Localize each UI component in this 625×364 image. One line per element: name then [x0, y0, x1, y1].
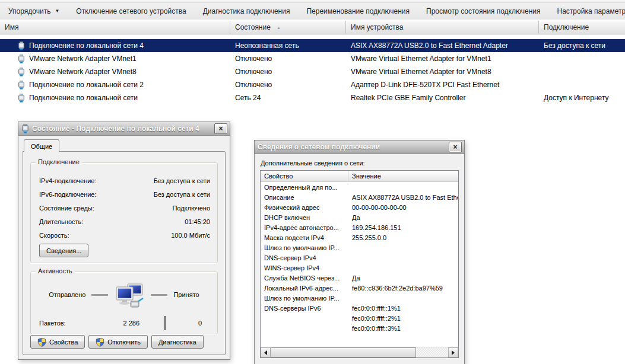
table-row[interactable]: Физический адрес 00-00-00-00-00-00	[261, 202, 458, 212]
chevron-down-icon: ▼	[55, 8, 59, 14]
connectivity-status: Без доступа к сети	[539, 41, 625, 50]
computers-icon	[114, 283, 145, 311]
column-header-device[interactable]: Имя устройства	[346, 21, 539, 34]
details-table-header: Свойство Значение	[261, 171, 458, 182]
list-column-headers: Имя Состояние ▲ Имя устройства Подключен…	[0, 20, 625, 34]
activity-group-label: Активность	[36, 267, 75, 274]
table-row[interactable]: Шлюз по умолчанию IP...	[261, 293, 458, 303]
scrollbar-track[interactable]	[271, 347, 448, 357]
details-subtitle: Дополнительные сведения о сети:	[261, 159, 365, 167]
property-column-header[interactable]: Свойство	[261, 171, 348, 181]
duration-value: 01:45:20	[185, 218, 217, 225]
scrollbar-thumb[interactable]	[271, 347, 416, 357]
speed-value: 100.0 Мбит/с	[171, 232, 217, 239]
ipv4-connectivity-label: IPv4-подключение:	[31, 177, 97, 184]
table-row[interactable]: Шлюз по умолчанию IP...	[261, 242, 458, 253]
disable-device-button[interactable]: Отключение сетевого устройства	[76, 7, 186, 15]
packets-row: Пакетов: 2 286 0	[31, 316, 217, 330]
connection-state: Отключено	[230, 81, 346, 89]
column-header-name[interactable]: Имя	[0, 21, 230, 34]
received-label: Принято	[173, 291, 199, 298]
details-table: Свойство Значение Определенный для по...…	[260, 170, 459, 358]
scroll-right-button[interactable]	[448, 347, 458, 357]
connection-state: Отключено	[230, 55, 346, 63]
speed-label: Скорость:	[31, 232, 69, 239]
table-row[interactable]: Подключение по локальной сети 4 Неопозна…	[0, 39, 625, 52]
scroll-left-button[interactable]	[261, 347, 271, 357]
table-row[interactable]: DNS-сервер IPv4	[261, 253, 458, 263]
status-dialog-titlebar[interactable]: Состояние - Подключение по локальной сет…	[18, 122, 230, 136]
disable-button[interactable]: Отключить	[88, 335, 148, 349]
ipv6-connectivity-label: IPv6-подключение:	[31, 191, 97, 198]
view-status-button[interactable]: Просмотр состояния подключения	[426, 7, 540, 15]
connectivity-status: Доступ к Интернету	[539, 94, 625, 102]
table-row[interactable]: DNS-серверы IPv6 fec0:0:0:ffff::1%1	[261, 303, 458, 313]
rename-connection-button[interactable]: Переименование подключения	[306, 7, 410, 15]
device-name: Realtek PCIe GBE Family Controller	[346, 94, 539, 102]
ipv6-connectivity-value: Без доступа к сети	[154, 191, 217, 198]
status-dialog: Состояние - Подключение по локальной сет…	[18, 122, 230, 360]
connection-state: Неопознанная сеть	[230, 41, 346, 50]
table-row[interactable]: Локальный IPv6-адрес... fe80::c936:6b2f:…	[261, 283, 458, 293]
uac-shield-icon	[37, 337, 46, 347]
network-connection-icon	[18, 94, 25, 103]
sort-ascending-icon: ▲	[277, 25, 281, 30]
connection-state: Сеть 24	[230, 94, 346, 102]
diagnose-connection-button[interactable]: Диагностика подключения	[203, 7, 290, 15]
media-state-value: Подключено	[172, 205, 217, 212]
connection-name: Подключение по локальной сети	[29, 94, 138, 102]
tab-general[interactable]: Общие	[24, 139, 59, 152]
connections-list: Подключение по локальной сети 4 Неопозна…	[0, 39, 625, 104]
sent-dash	[91, 294, 108, 296]
uac-shield-icon	[96, 337, 104, 347]
packets-received-value: 0	[166, 320, 217, 327]
device-name: ASIX AX88772A USB2.0 to Fast Ethernet Ad…	[346, 41, 539, 50]
horizontal-scrollbar[interactable]	[261, 347, 458, 357]
value-column-header[interactable]: Значение	[348, 171, 458, 181]
table-row[interactable]: Подключение по локальной сети Сеть 24 Re…	[0, 91, 625, 104]
table-row[interactable]: Подключение по локальной сети 2 Отключен…	[0, 78, 625, 91]
packets-sent-value: 2 286	[87, 320, 139, 327]
general-tab-panel: Подключение IPv4-подключение: Без доступ…	[23, 151, 226, 355]
close-button[interactable]: ×	[449, 142, 462, 152]
details-dialog-titlebar[interactable]: Сведения о сетевом подключении ×	[255, 141, 464, 154]
table-row[interactable]: Определенный для по...	[261, 182, 458, 192]
column-header-connectivity[interactable]: Подключение	[539, 21, 625, 34]
command-toolbar: Упорядочить ▼ Отключение сетевого устрой…	[0, 2, 625, 20]
media-state-label: Состояние среды:	[31, 205, 94, 212]
organize-label: Упорядочить	[8, 7, 50, 15]
change-settings-button[interactable]: Настройка параметров подключения	[557, 7, 625, 15]
ipv4-connectivity-value: Без доступа к сети	[154, 177, 217, 184]
table-row[interactable]: WINS-сервер IPv4	[261, 263, 458, 273]
organize-menu-button[interactable]: Упорядочить ▼	[8, 7, 59, 15]
table-row[interactable]: VMware Network Adapter VMnet8 Отключено …	[0, 65, 625, 78]
table-row[interactable]: fec0:0:0:ffff::3%1	[261, 323, 458, 333]
network-connection-icon	[21, 124, 29, 133]
packets-label: Пакетов:	[31, 320, 87, 327]
connection-name: VMware Network Adapter VMnet1	[29, 55, 137, 63]
diagnose-button[interactable]: Диагностика	[151, 335, 204, 349]
table-row[interactable]: DHCP включен Да	[261, 212, 458, 222]
details-dialog-title: Сведения о сетевом подключении	[258, 143, 446, 151]
network-connection-icon	[18, 55, 25, 63]
properties-button[interactable]: Свойства	[30, 335, 85, 349]
table-row[interactable]: IPv4-адрес автонастро... 169.254.186.151	[261, 222, 458, 232]
network-connection-icon	[18, 81, 25, 90]
activity-groupbox: Активность Отправлено Принято Пакетов: 2…	[30, 272, 218, 334]
scroll-left-icon	[264, 350, 267, 355]
activity-graphic: Отправлено Принято	[31, 280, 217, 309]
device-name: Адаптер D-Link DFE-520TX PCI Fast Ethern…	[346, 81, 539, 89]
network-details-dialog: Сведения о сетевом подключении × Дополни…	[254, 140, 465, 364]
connection-groupbox: Подключение IPv4-подключение: Без доступ…	[30, 162, 218, 263]
network-connection-icon	[18, 41, 25, 50]
close-button[interactable]: ×	[214, 123, 227, 134]
details-button[interactable]: Сведения...	[39, 244, 88, 257]
table-row[interactable]: fec0:0:0:ffff::2%1	[261, 313, 458, 323]
connection-state: Отключено	[230, 68, 346, 76]
table-row[interactable]: Служба NetBIOS через... Да	[261, 273, 458, 283]
table-row[interactable]: Описание ASIX AX88772A USB2.0 to Fast Et…	[261, 192, 458, 202]
table-row[interactable]: VMware Network Adapter VMnet1 Отключено …	[0, 52, 625, 65]
column-header-state[interactable]: Состояние ▲	[230, 21, 346, 34]
status-dialog-buttons: Свойства Отключить Диагностика	[30, 335, 204, 349]
table-row[interactable]: Маска подсети IPv4 255.255.0.0	[261, 232, 458, 242]
